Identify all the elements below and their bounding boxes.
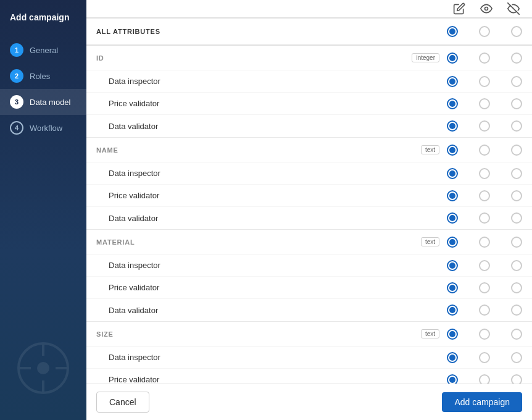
attr-header-material: MATERIAL text (86, 230, 532, 254)
attr-radio-edit-material[interactable] (447, 237, 458, 248)
sidebar-item-label-3: Data model (30, 98, 70, 107)
attr-radio-view-size[interactable] (479, 329, 490, 340)
all-attr-radio-view[interactable] (479, 26, 490, 37)
role-name-material-0: Data inspector (109, 261, 447, 270)
role-radio-group-name-0 (447, 168, 522, 179)
role-radio-view-size-0[interactable] (479, 352, 490, 363)
role-row-material-2: Data validator (86, 299, 532, 321)
role-radio-edit-id-1[interactable] (447, 98, 458, 109)
svg-point-6 (485, 7, 488, 10)
role-row-name-2: Data validator (86, 207, 532, 229)
role-radio-hide-size-0[interactable] (511, 352, 522, 363)
attr-radio-hide-size[interactable] (511, 329, 522, 340)
role-radio-view-name-0[interactable] (479, 168, 490, 179)
role-radio-group-size-0 (447, 352, 522, 363)
all-attr-radio-edit[interactable] (447, 26, 458, 37)
content-area: ALL ATTRIBUTES ID integer Data inspector… (86, 0, 532, 384)
attr-type-name: text (421, 145, 439, 154)
role-radio-edit-material-1[interactable] (447, 282, 458, 293)
role-name-name-2: Data validator (109, 214, 447, 223)
attr-radio-edit-name[interactable] (447, 145, 458, 156)
role-radio-hide-name-1[interactable] (511, 190, 522, 201)
role-radio-view-material-0[interactable] (479, 260, 490, 271)
attr-radio-hide-id[interactable] (511, 52, 522, 64)
role-radio-view-name-2[interactable] (479, 212, 490, 224)
role-radio-view-material-1[interactable] (479, 282, 490, 293)
svg-point-1 (37, 362, 49, 374)
sidebar-item-label-1: General (30, 46, 58, 55)
role-radio-edit-material-0[interactable] (447, 260, 458, 271)
attr-radio-hide-material[interactable] (511, 237, 522, 248)
sidebar-item-workflow[interactable]: 4 Workflow (0, 115, 86, 141)
sidebar-item-data-model[interactable]: 3 Data model (0, 89, 86, 115)
role-radio-view-material-2[interactable] (479, 304, 490, 316)
role-name-material-2: Data validator (109, 306, 447, 315)
role-radio-edit-name-0[interactable] (447, 168, 458, 179)
role-name-id-0: Data inspector (109, 77, 447, 86)
attr-section-material: MATERIAL text Data inspector Price valid… (86, 230, 532, 322)
role-radio-hide-material-0[interactable] (511, 260, 522, 271)
attr-radio-view-material[interactable] (479, 237, 490, 248)
role-radio-group-material-2 (447, 304, 522, 316)
role-radio-hide-name-2[interactable] (511, 212, 522, 224)
role-radio-edit-name-2[interactable] (447, 212, 458, 224)
role-radio-view-name-1[interactable] (479, 190, 490, 201)
attr-header-id: ID integer (86, 46, 532, 70)
role-radio-view-size-1[interactable] (479, 374, 490, 384)
role-radio-group-id-1 (447, 98, 522, 109)
role-radio-view-id-1[interactable] (479, 98, 490, 109)
main-content: ALL ATTRIBUTES ID integer Data inspector… (86, 0, 532, 420)
role-radio-edit-id-0[interactable] (447, 76, 458, 87)
role-radio-hide-name-0[interactable] (511, 168, 522, 179)
role-radio-group-id-0 (447, 76, 522, 87)
attr-radio-group-name (447, 145, 522, 156)
table-header-spacer (96, 0, 451, 17)
sidebar-item-label-2: Roles (30, 72, 50, 81)
role-radio-edit-id-2[interactable] (447, 120, 458, 132)
add-campaign-button[interactable]: Add campaign (442, 392, 522, 412)
role-radio-view-id-2[interactable] (479, 120, 490, 132)
cancel-button[interactable]: Cancel (96, 392, 149, 413)
all-attr-radio-hide[interactable] (511, 26, 522, 37)
all-attributes-row: ALL ATTRIBUTES (86, 19, 532, 46)
role-radio-view-id-0[interactable] (479, 76, 490, 87)
role-name-id-1: Price validator (109, 99, 447, 108)
step-badge-3: 3 (10, 95, 23, 109)
view-icon-btn[interactable] (478, 0, 495, 17)
role-radio-hide-material-1[interactable] (511, 282, 522, 293)
attr-type-material: text (421, 237, 439, 246)
attr-type-size: text (421, 329, 439, 338)
table-header (86, 0, 532, 19)
role-row-size-0: Data inspector (86, 346, 532, 369)
role-radio-group-name-1 (447, 190, 522, 201)
role-name-name-0: Data inspector (109, 169, 447, 178)
role-name-size-1: Price validator (109, 375, 447, 384)
role-radio-hide-id-0[interactable] (511, 76, 522, 87)
attr-radio-edit-id[interactable] (447, 52, 458, 64)
attr-name-material: MATERIAL (96, 238, 421, 246)
attr-radio-view-id[interactable] (479, 52, 490, 64)
attr-radio-view-name[interactable] (479, 145, 490, 156)
role-row-name-0: Data inspector (86, 162, 532, 185)
role-radio-edit-material-2[interactable] (447, 304, 458, 316)
role-radio-hide-id-2[interactable] (511, 120, 522, 132)
all-attributes-radio-group (447, 26, 522, 37)
edit-icon-btn[interactable] (451, 0, 468, 17)
attr-radio-group-size (447, 329, 522, 340)
hide-icon-btn[interactable] (505, 0, 522, 17)
sidebar-item-roles[interactable]: 2 Roles (0, 63, 86, 89)
role-name-size-0: Data inspector (109, 353, 447, 362)
attr-radio-edit-size[interactable] (447, 329, 458, 340)
role-radio-edit-size-1[interactable] (447, 374, 458, 384)
role-radio-edit-name-1[interactable] (447, 190, 458, 201)
role-radio-hide-size-1[interactable] (511, 374, 522, 384)
attr-radio-hide-name[interactable] (511, 145, 522, 156)
role-name-material-1: Price validator (109, 283, 447, 292)
role-radio-hide-material-2[interactable] (511, 304, 522, 316)
sidebar-item-general[interactable]: 1 General (0, 37, 86, 63)
role-row-size-1: Price validator (86, 369, 532, 384)
role-radio-edit-size-0[interactable] (447, 352, 458, 363)
sidebar: Add campaign 1 General 2 Roles 3 Data mo… (0, 0, 86, 420)
role-radio-hide-id-1[interactable] (511, 98, 522, 109)
role-radio-group-id-2 (447, 120, 522, 132)
